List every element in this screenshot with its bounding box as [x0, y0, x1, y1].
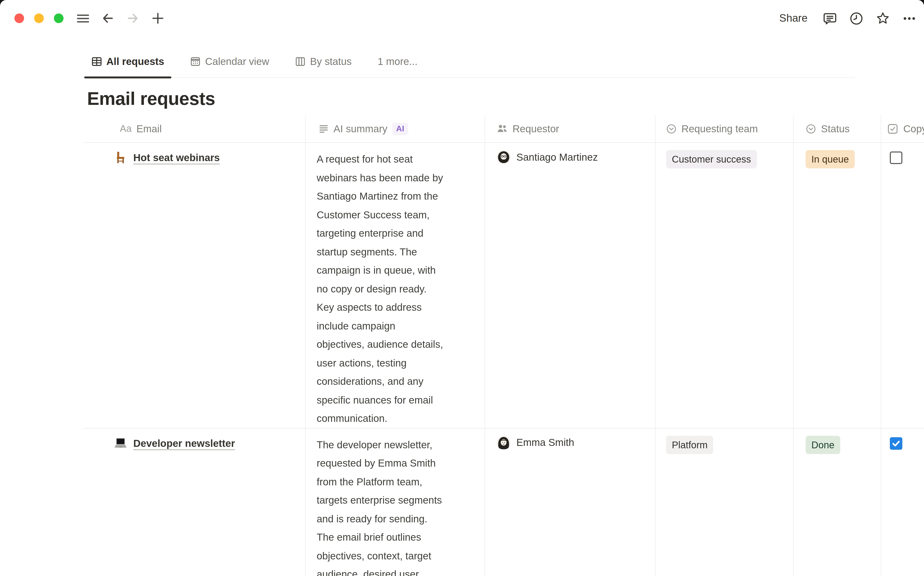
database-table: Aa Email AI summary AI Requestor: [84, 115, 924, 576]
toolbar: Share: [0, 0, 924, 37]
history-clock-icon[interactable]: [849, 11, 863, 25]
tab-more-views[interactable]: 1 more...: [370, 46, 425, 77]
table-cell-copy[interactable]: [881, 143, 924, 428]
close-window-button[interactable]: [14, 13, 24, 23]
table-view-icon: [91, 56, 102, 67]
table-cell-status[interactable]: In queue: [794, 143, 881, 428]
page-link[interactable]: Developer newsletter: [133, 437, 235, 576]
tab-label: By status: [310, 56, 352, 67]
board-view-icon: [295, 56, 306, 67]
notion-window: Share All request: [0, 0, 924, 576]
new-tab-plus-icon[interactable]: [151, 11, 165, 25]
ai-badge: AI: [392, 122, 408, 135]
column-header-status[interactable]: Status: [794, 115, 881, 143]
tab-all-requests[interactable]: All requests: [84, 46, 171, 77]
lines-icon: [319, 123, 329, 134]
ai-summary-text: A request for hot seatwebinars has been …: [317, 150, 467, 428]
ai-summary-text: The developer newsletter,requested by Em…: [317, 435, 467, 576]
page-title: Email requests: [87, 88, 215, 109]
calendar-view-icon: [190, 56, 201, 67]
minimize-window-button[interactable]: [34, 13, 44, 23]
zoom-window-button[interactable]: [54, 13, 64, 23]
checkbox-property-icon: [887, 123, 898, 134]
share-button[interactable]: Share: [777, 10, 810, 26]
column-header-email[interactable]: Aa Email: [84, 115, 306, 143]
select-property-icon: [805, 123, 816, 134]
tab-calendar-view[interactable]: Calendar view: [183, 46, 276, 77]
status-tag: In queue: [805, 150, 855, 168]
chair-icon: [114, 151, 127, 164]
column-header-ai-summary[interactable]: AI summary AI: [306, 115, 485, 143]
comment-icon[interactable]: [823, 11, 837, 25]
requestor-name: Emma Smith: [516, 437, 574, 448]
copy-checkbox[interactable]: [890, 437, 902, 450]
column-header-requestor[interactable]: Requestor: [485, 115, 655, 143]
team-tag: Platform: [666, 435, 713, 454]
table-cell-requestor[interactable]: Santiago Martinez: [485, 143, 655, 428]
avatar: [496, 150, 511, 164]
table-row-email[interactable]: Developer newsletter: [84, 428, 306, 576]
tab-label: All requests: [106, 56, 164, 67]
view-tabs: All requests Calendar view By status 1 m…: [84, 46, 855, 78]
status-tag: Done: [805, 435, 840, 454]
tab-label: 1 more...: [378, 56, 418, 67]
column-header-requesting-team[interactable]: Requesting team: [655, 115, 794, 143]
column-label: AI summary: [333, 123, 388, 134]
table-cell-requestor[interactable]: Emma Smith: [485, 428, 655, 576]
select-property-icon: [666, 123, 677, 134]
column-header-copy[interactable]: Copy: [881, 115, 924, 143]
menu-icon[interactable]: [76, 11, 90, 25]
table-cell-copy[interactable]: [881, 428, 924, 576]
column-label: Status: [821, 123, 850, 134]
tab-label: Calendar view: [205, 56, 269, 67]
table-cell-ai-summary[interactable]: A request for hot seatwebinars has been …: [306, 143, 485, 428]
requestor-name: Santiago Martinez: [516, 151, 598, 163]
tab-by-status[interactable]: By status: [288, 46, 359, 77]
team-tag: Customer success: [666, 150, 757, 168]
column-label: Email: [136, 123, 162, 134]
people-icon: [496, 123, 508, 134]
forward-arrow-icon[interactable]: [126, 11, 139, 25]
text-property-icon: Aa: [120, 123, 131, 134]
column-label: Requesting team: [681, 123, 758, 134]
table-cell-status[interactable]: Done: [794, 428, 881, 576]
table-row-email[interactable]: Hot seat webinars: [84, 143, 306, 428]
table-cell-ai-summary[interactable]: The developer newsletter,requested by Em…: [306, 428, 485, 576]
table-cell-requesting-team[interactable]: Customer success: [655, 143, 794, 428]
table-cell-requesting-team[interactable]: Platform: [655, 428, 794, 576]
more-ellipsis-icon[interactable]: [902, 11, 916, 25]
column-label: Requestor: [512, 123, 559, 134]
back-arrow-icon[interactable]: [101, 11, 115, 25]
star-icon[interactable]: [876, 11, 890, 25]
column-label: Copy: [903, 123, 924, 134]
copy-checkbox[interactable]: [890, 152, 902, 164]
window-controls: [14, 13, 64, 23]
page-link[interactable]: Hot seat webinars: [133, 151, 220, 428]
app-viewport: Share All request: [0, 0, 924, 576]
laptop-icon: [114, 437, 127, 450]
avatar: [496, 435, 511, 450]
